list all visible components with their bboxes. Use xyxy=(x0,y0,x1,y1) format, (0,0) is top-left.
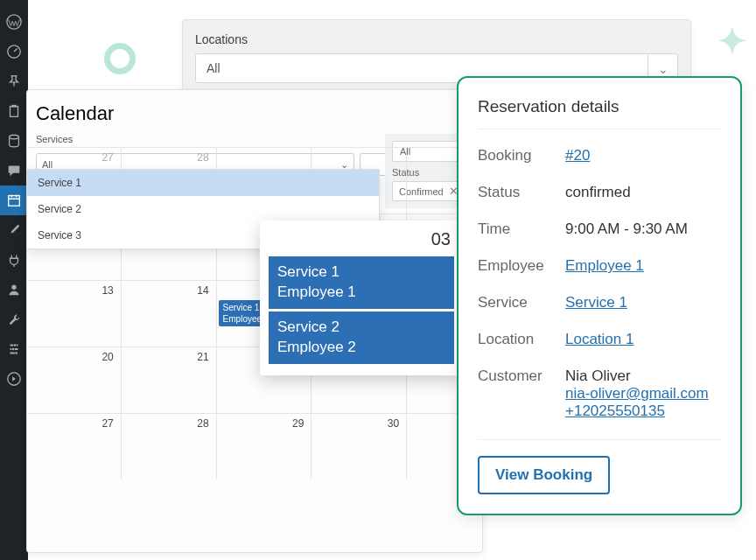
cal-day-cell[interactable]: 29 xyxy=(217,414,312,480)
cal-day-cell[interactable]: 13 xyxy=(26,281,122,346)
calendar-icon[interactable] xyxy=(0,186,28,215)
svg-rect-5 xyxy=(9,196,20,206)
settings-icon[interactable] xyxy=(0,334,28,364)
field-label: Employee xyxy=(478,257,565,275)
field-label: Customer xyxy=(478,368,565,420)
page-title: Calendar xyxy=(27,90,482,134)
time-value: 9:00 AM - 9:30 AM xyxy=(565,220,688,238)
status-value: confirmed xyxy=(565,184,631,201)
clipboard-icon[interactable] xyxy=(0,96,28,126)
view-booking-button[interactable]: View Booking xyxy=(478,456,610,494)
customer-phone-link[interactable]: +12025550135 xyxy=(565,402,665,419)
dashboard-icon[interactable] xyxy=(0,37,28,66)
cal-day-cell[interactable]: 27 xyxy=(26,414,122,480)
popover-event[interactable]: Service 2 Employee 2 xyxy=(269,312,454,364)
locations-label: Locations xyxy=(195,32,678,46)
cal-day-cell[interactable]: 30 xyxy=(312,414,407,480)
service-link[interactable]: Service 1 xyxy=(565,294,627,311)
pin-icon[interactable] xyxy=(0,66,28,96)
svg-point-9 xyxy=(15,352,18,354)
svg-rect-3 xyxy=(11,105,16,108)
collapse-icon[interactable] xyxy=(0,364,28,394)
booking-link[interactable]: #20 xyxy=(565,147,590,164)
cal-day-cell[interactable]: 14 xyxy=(122,281,217,346)
comment-icon[interactable] xyxy=(0,156,28,186)
field-label: Service xyxy=(478,294,565,312)
wp-logo-icon[interactable] xyxy=(0,7,28,37)
brush-icon[interactable] xyxy=(0,215,28,245)
cal-day-cell[interactable]: 20 xyxy=(26,347,122,413)
service-option[interactable]: Service 1 xyxy=(27,170,379,196)
cal-day-cell[interactable]: 28 xyxy=(122,414,217,480)
reservation-details-card: Reservation details Booking#20 Statuscon… xyxy=(457,76,742,515)
day-events-popover: 03 Service 1 Employee 1 Service 2 Employ… xyxy=(260,220,463,375)
plugin-icon[interactable] xyxy=(0,245,28,275)
location-link[interactable]: Location 1 xyxy=(565,331,634,347)
service-option[interactable]: Service 2 xyxy=(27,196,379,222)
svg-rect-2 xyxy=(10,107,18,117)
field-label: Booking xyxy=(478,147,565,164)
customer-name: Nia Oliver xyxy=(565,368,709,385)
card-title: Reservation details xyxy=(478,97,721,130)
cal-day-cell[interactable]: 21 xyxy=(122,347,217,413)
customer-email-link[interactable]: nia-oliver@gmail.com xyxy=(565,385,709,402)
decorative-circle xyxy=(104,43,136,74)
svg-point-4 xyxy=(10,135,19,139)
user-icon[interactable] xyxy=(0,275,28,304)
locations-value: All xyxy=(206,61,220,75)
svg-point-7 xyxy=(14,344,17,346)
field-label: Location xyxy=(478,331,565,348)
popover-date: 03 xyxy=(269,229,454,249)
database-icon[interactable] xyxy=(0,126,28,156)
field-label: Time xyxy=(478,220,565,238)
svg-point-8 xyxy=(12,348,15,351)
employee-link[interactable]: Employee 1 xyxy=(565,257,644,274)
wrench-icon[interactable] xyxy=(0,304,28,334)
field-label: Status xyxy=(478,184,565,201)
popover-event[interactable]: Service 1 Employee 1 xyxy=(269,256,454,309)
divider xyxy=(478,439,721,440)
svg-point-6 xyxy=(11,285,16,290)
decorative-plus-icon: ✦ xyxy=(718,21,747,61)
wp-admin-sidebar xyxy=(0,0,28,560)
